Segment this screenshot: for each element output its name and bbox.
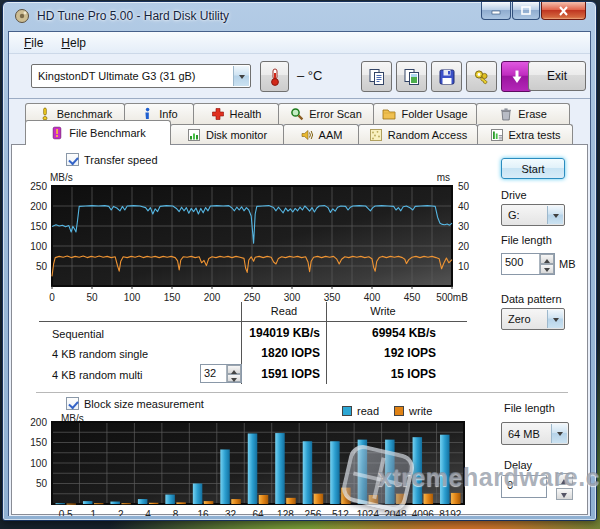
title-bar[interactable]: HD Tune Pro 5.00 - Hard Disk Utility (3, 2, 596, 31)
tab-erase[interactable]: Erase (476, 103, 570, 124)
row-label-random-multi: 4 KB random multi (52, 369, 142, 381)
data-pattern-value: Zero (508, 313, 531, 325)
file-length2-value: 64 MB (508, 428, 540, 440)
down-arrow-icon (508, 68, 526, 86)
transfer-speed-checkbox[interactable] (66, 153, 79, 166)
read-column-header: Read (243, 305, 325, 317)
tab-health[interactable]: Health (193, 103, 279, 124)
section-divider (36, 392, 568, 393)
svg-text:200: 200 (30, 417, 47, 428)
svg-text:64: 64 (252, 509, 264, 516)
chevron-down-icon[interactable] (551, 424, 567, 443)
row-label-sequential: Sequential (52, 328, 104, 340)
menu-file[interactable]: File (15, 34, 52, 52)
svg-text:10: 10 (458, 261, 470, 272)
info-icon (140, 107, 154, 121)
random-single-write-value: 192 IOPS (332, 346, 436, 360)
options-button[interactable] (466, 61, 497, 92)
sequential-write-value: 69954 KB/s (332, 326, 436, 340)
tab-label: AAM (319, 129, 343, 141)
svg-text:400: 400 (364, 292, 381, 303)
data-pattern-select[interactable]: Zero (501, 308, 565, 330)
file-length-value: 500 (502, 254, 539, 274)
svg-text:1024: 1024 (357, 509, 380, 516)
file-length2-select[interactable]: 64 MB (501, 422, 569, 445)
svg-text:32: 32 (225, 509, 237, 516)
svg-text:300: 300 (284, 292, 301, 303)
block-size-checkbox[interactable] (66, 397, 79, 410)
svg-text:4096: 4096 (412, 509, 435, 516)
copy-image-icon (403, 68, 421, 86)
svg-text:100: 100 (30, 241, 47, 252)
tab-label: Info (159, 108, 177, 120)
watermark-text: xtremehardware.com (378, 463, 600, 492)
svg-text:20: 20 (458, 241, 470, 252)
copy-icon (368, 68, 386, 86)
exit-button[interactable]: Exit (528, 61, 586, 91)
svg-text:200: 200 (30, 201, 47, 212)
tab-folder-usage[interactable]: Folder Usage (373, 103, 477, 124)
workspace: Benchmark Info Health Error Scan Folder … (9, 98, 590, 516)
tab-file-benchmark[interactable]: File Benchmark (25, 120, 171, 145)
data-pattern-label: Data pattern (501, 293, 562, 305)
row-label-random-single: 4 KB random single (52, 348, 148, 360)
extra-tests-icon (490, 128, 504, 142)
tab-aam[interactable]: AAM (283, 124, 359, 145)
svg-text:40: 40 (458, 201, 470, 212)
stepper-down-icon[interactable] (540, 264, 554, 274)
drive-label: Drive (501, 189, 527, 201)
svg-text:250: 250 (30, 181, 47, 192)
tab-label: Extra tests (509, 129, 561, 141)
tab-label: Folder Usage (401, 108, 467, 120)
svg-text:512: 512 (332, 509, 349, 516)
start-button[interactable]: Start (501, 158, 565, 179)
chevron-down-icon[interactable] (233, 66, 249, 86)
svg-text:8192: 8192 (439, 509, 462, 516)
save-screenshot-button[interactable] (431, 61, 462, 92)
block-size-label: Block size measurement (84, 398, 204, 410)
tab-extra-tests[interactable]: Extra tests (477, 124, 573, 145)
svg-text:500mB: 500mB (436, 292, 468, 303)
tab-random-access[interactable]: Random Access (358, 124, 478, 145)
maximize-icon (521, 6, 531, 15)
close-button[interactable] (541, 2, 586, 20)
drive-select-value: G: (508, 209, 520, 221)
tab-label: Error Scan (309, 108, 362, 120)
device-select[interactable]: KingstonDT Ultimate G3 (31 gB) (31, 64, 251, 88)
benchmark-icon (38, 107, 52, 121)
tab-disk-monitor[interactable]: Disk monitor (170, 124, 284, 145)
keys-icon (473, 68, 491, 86)
chevron-down-icon[interactable] (547, 310, 563, 328)
svg-text:50: 50 (86, 292, 98, 303)
file-length-stepper[interactable]: 500 (501, 253, 555, 275)
copy-screenshot-button[interactable] (396, 61, 427, 92)
maximize-button[interactable] (512, 2, 540, 20)
temperature-button[interactable] (260, 61, 289, 92)
speaker-icon (300, 128, 314, 142)
start-button-label: Start (521, 163, 544, 175)
stepper-up-icon[interactable] (540, 254, 554, 264)
svg-text:100: 100 (30, 458, 47, 469)
svg-text:200: 200 (204, 292, 221, 303)
trash-icon (499, 107, 513, 121)
chevron-down-icon[interactable] (547, 206, 563, 224)
svg-text:0.5: 0.5 (59, 509, 73, 516)
tab-label: Benchmark (57, 108, 113, 120)
transfer-speed-chart: MB/sms2502001501005050403020100501001502… (18, 172, 490, 312)
temperature-value: – °C (297, 68, 322, 83)
drive-select[interactable]: G: (501, 204, 565, 226)
minimize-button[interactable] (481, 2, 511, 20)
svg-text:2: 2 (118, 509, 124, 516)
svg-text:150: 150 (164, 292, 181, 303)
copy-text-button[interactable] (361, 61, 392, 92)
thermometer-icon (266, 67, 284, 87)
sequential-read-value: 194019 KB/s (208, 326, 320, 340)
close-icon (558, 6, 569, 16)
tab-label: Erase (518, 108, 547, 120)
tab-error-scan[interactable]: Error Scan (278, 103, 374, 124)
svg-text:16: 16 (198, 509, 210, 516)
write-column-header: Write (328, 305, 438, 317)
menu-help[interactable]: Help (52, 34, 95, 52)
svg-text:450: 450 (404, 292, 421, 303)
random-single-read-value: 1820 IOPS (208, 346, 320, 360)
